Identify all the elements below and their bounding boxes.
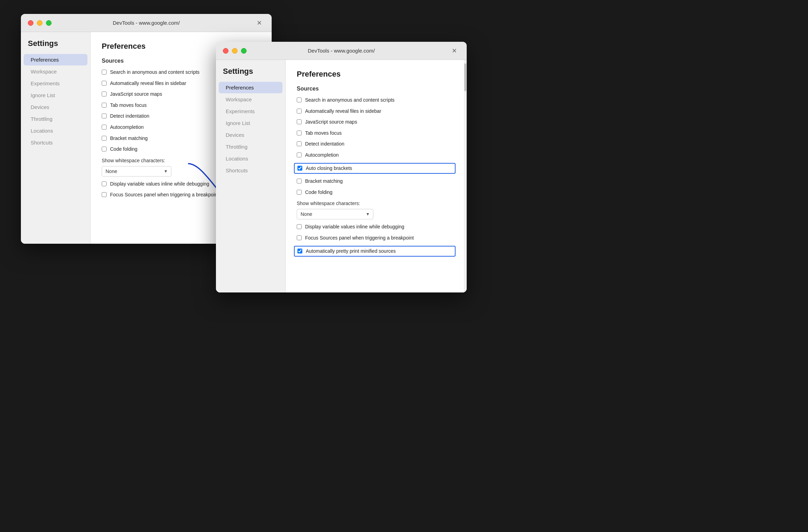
checkbox-input-bracketmatch-2[interactable] bbox=[297, 179, 302, 183]
close-button-1[interactable] bbox=[28, 20, 33, 26]
checkbox-tabfocus-2: Tab moves focus bbox=[297, 130, 456, 137]
traffic-lights-1 bbox=[28, 20, 52, 26]
sidebar-1: Settings Preferences Workspace Experimen… bbox=[21, 32, 91, 244]
sidebar-item-ignorelist-2[interactable]: Ignore List bbox=[219, 117, 282, 129]
checkbox-input-anonymous-1[interactable] bbox=[102, 70, 107, 75]
sidebar-item-devices-2[interactable]: Devices bbox=[219, 129, 282, 141]
minimize-button-1[interactable] bbox=[37, 20, 42, 26]
checkbox-input-reveal-2[interactable] bbox=[297, 109, 302, 114]
sidebar-2: Settings Preferences Workspace Experimen… bbox=[216, 60, 286, 292]
checkbox-input-autoclosing-2[interactable] bbox=[297, 166, 302, 171]
checkbox-displayvar-2: Display variable values inline while deb… bbox=[297, 224, 456, 230]
checkbox-label-autocomp-1: Autocompletion bbox=[110, 124, 144, 131]
checkbox-codefolding-2: Code folding bbox=[297, 189, 456, 196]
section-title-2: Sources bbox=[297, 86, 456, 92]
checkbox-label-autoclosing-2: Auto closing brackets bbox=[306, 165, 352, 172]
checkbox-input-tabfocus-1[interactable] bbox=[102, 103, 107, 108]
sidebar-item-workspace-2[interactable]: Workspace bbox=[219, 94, 282, 105]
checkbox-input-tabfocus-2[interactable] bbox=[297, 131, 302, 135]
window-title-1: DevTools - www.google.com/ bbox=[113, 20, 180, 26]
checkbox-input-sourcemaps-2[interactable] bbox=[297, 119, 302, 124]
checkbox-label-autocomp-2: Autocompletion bbox=[305, 152, 339, 159]
checkbox-indent-2: Detect indentation bbox=[297, 141, 456, 148]
sidebar-item-locations-1[interactable]: Locations bbox=[24, 125, 87, 136]
scrollbar-track-2 bbox=[464, 60, 467, 292]
checkbox-label-reveal-1: Automatically reveal files in sidebar bbox=[110, 80, 186, 87]
checkbox-label-sourcemaps-2: JavaScript source maps bbox=[305, 119, 357, 126]
whitespace-select-2[interactable]: None All Trailing bbox=[297, 209, 373, 219]
whitespace-label-2: Show whitespace characters: bbox=[297, 201, 456, 206]
sidebar-title-1: Settings bbox=[21, 39, 90, 54]
traffic-lights-2 bbox=[223, 48, 247, 54]
checkbox-label-indent-2: Detect indentation bbox=[305, 141, 344, 148]
checkbox-label-displayvar-1: Display variable values inline while deb… bbox=[110, 181, 209, 188]
checkbox-input-autocomp-1[interactable] bbox=[102, 125, 107, 130]
sidebar-item-ignorelist-1[interactable]: Ignore List bbox=[24, 89, 87, 101]
maximize-button-2[interactable] bbox=[241, 48, 247, 54]
checkbox-label-prettyprint-2: Automatically pretty print minified sour… bbox=[306, 248, 396, 255]
checkbox-prettyprint-2: Automatically pretty print minified sour… bbox=[294, 246, 456, 257]
titlebar-1: DevTools - www.google.com/ ✕ bbox=[21, 14, 272, 32]
checkbox-sourcemaps-2: JavaScript source maps bbox=[297, 119, 456, 126]
checkbox-autocomp-2: Autocompletion bbox=[297, 152, 456, 159]
settings-body-2: Settings Preferences Workspace Experimen… bbox=[216, 60, 467, 292]
checkbox-label-tabfocus-1: Tab moves focus bbox=[110, 102, 147, 109]
sidebar-item-preferences-1[interactable]: Preferences bbox=[24, 54, 87, 65]
sidebar-item-shortcuts-2[interactable]: Shortcuts bbox=[219, 165, 282, 176]
checkbox-input-bracket-1[interactable] bbox=[102, 136, 107, 141]
sidebar-item-shortcuts-1[interactable]: Shortcuts bbox=[24, 137, 87, 148]
titlebar-2: DevTools - www.google.com/ ✕ bbox=[216, 42, 467, 60]
close-icon-1[interactable]: ✕ bbox=[254, 18, 265, 28]
close-button-2[interactable] bbox=[223, 48, 228, 54]
sidebar-item-locations-2[interactable]: Locations bbox=[219, 153, 282, 164]
checkbox-input-autocomp-2[interactable] bbox=[297, 152, 302, 157]
checkbox-input-focussources-1[interactable] bbox=[102, 192, 107, 197]
checkbox-anonymous-2: Search in anonymous and content scripts bbox=[297, 97, 456, 104]
sidebar-item-workspace-1[interactable]: Workspace bbox=[24, 66, 87, 77]
checkbox-input-prettyprint-2[interactable] bbox=[297, 249, 302, 253]
checkbox-label-focussources-2: Focus Sources panel when triggering a br… bbox=[305, 235, 414, 242]
whitespace-select-1[interactable]: None All Trailing bbox=[102, 166, 171, 177]
sidebar-item-preferences-2[interactable]: Preferences bbox=[219, 82, 282, 93]
checkbox-input-indent-1[interactable] bbox=[102, 114, 107, 118]
checkbox-input-reveal-1[interactable] bbox=[102, 81, 107, 86]
sidebar-item-throttling-1[interactable]: Throttling bbox=[24, 113, 87, 125]
checkbox-autoclosing-2: Auto closing brackets bbox=[294, 163, 456, 174]
whitespace-select-wrapper-2: None All Trailing ▼ bbox=[297, 209, 373, 219]
checkbox-label-codefolding-1: Code folding bbox=[110, 146, 138, 153]
checkbox-input-displayvar-2[interactable] bbox=[297, 224, 302, 229]
sidebar-item-devices-1[interactable]: Devices bbox=[24, 101, 87, 113]
checkbox-label-anonymous-2: Search in anonymous and content scripts bbox=[305, 97, 395, 104]
window-2: DevTools - www.google.com/ ✕ Settings Pr… bbox=[216, 42, 467, 292]
checkbox-label-indent-1: Detect indentation bbox=[110, 113, 149, 120]
checkbox-reveal-2: Automatically reveal files in sidebar bbox=[297, 108, 456, 115]
sidebar-item-experiments-1[interactable]: Experiments bbox=[24, 78, 87, 89]
checkbox-label-displayvar-2: Display variable values inline while deb… bbox=[305, 224, 404, 230]
whitespace-select-wrapper-1: None All Trailing ▼ bbox=[102, 166, 171, 177]
close-icon-2[interactable]: ✕ bbox=[449, 46, 460, 56]
checkbox-label-codefolding-2: Code folding bbox=[305, 189, 333, 196]
checkbox-label-bracket-1: Bracket matching bbox=[110, 135, 148, 142]
checkbox-label-bracketmatch-2: Bracket matching bbox=[305, 178, 343, 185]
checkbox-label-anonymous-1: Search in anonymous and content scripts bbox=[110, 69, 200, 76]
checkbox-focussources-2: Focus Sources panel when triggering a br… bbox=[297, 235, 456, 242]
sidebar-item-throttling-2[interactable]: Throttling bbox=[219, 141, 282, 152]
checkbox-label-tabfocus-2: Tab moves focus bbox=[305, 130, 342, 137]
content-area-2: Preferences Sources Search in anonymous … bbox=[286, 60, 467, 292]
content-title-2: Preferences bbox=[297, 70, 456, 79]
scrollbar-thumb-2[interactable] bbox=[464, 63, 466, 91]
checkbox-label-focussources-1: Focus Sources panel when triggering a br… bbox=[110, 191, 219, 198]
checkbox-input-displayvar-1[interactable] bbox=[102, 181, 107, 186]
checkbox-input-anonymous-2[interactable] bbox=[297, 97, 302, 102]
maximize-button-1[interactable] bbox=[46, 20, 52, 26]
checkbox-input-codefolding-1[interactable] bbox=[102, 147, 107, 151]
checkbox-label-reveal-2: Automatically reveal files in sidebar bbox=[305, 108, 381, 115]
sidebar-title-2: Settings bbox=[216, 67, 285, 81]
checkbox-input-sourcemaps-1[interactable] bbox=[102, 92, 107, 96]
checkbox-input-indent-2[interactable] bbox=[297, 141, 302, 146]
window-title-2: DevTools - www.google.com/ bbox=[308, 48, 375, 54]
checkbox-input-codefolding-2[interactable] bbox=[297, 190, 302, 195]
checkbox-input-focussources-2[interactable] bbox=[297, 235, 302, 240]
sidebar-item-experiments-2[interactable]: Experiments bbox=[219, 105, 282, 117]
minimize-button-2[interactable] bbox=[232, 48, 238, 54]
